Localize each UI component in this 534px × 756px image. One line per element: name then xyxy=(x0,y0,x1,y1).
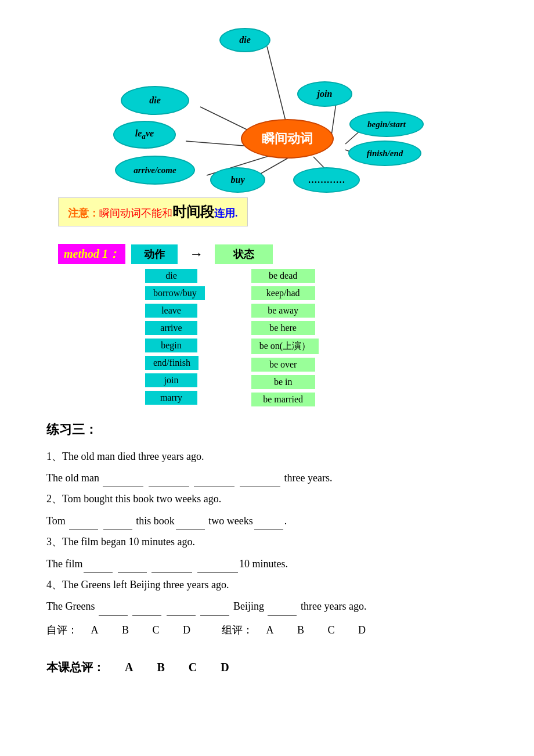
group-eval-c: C xyxy=(328,621,335,639)
sentence-1-original: 1、The old man died three years ago. xyxy=(46,447,488,466)
blank-1-4 xyxy=(240,468,280,487)
note-large: 时间段 xyxy=(172,204,214,219)
action-column: die borrow/buy leave arrive begin end/fi… xyxy=(145,269,205,406)
state-item-be-on: be on(上演） xyxy=(251,339,319,354)
mindmap-node-die: die xyxy=(219,28,270,52)
final-eval-c: C xyxy=(189,657,197,678)
mindmap-node-borrow: die xyxy=(121,86,189,115)
blank-3-4 xyxy=(197,554,238,573)
state-column: be dead keep/had be away be here be on(上… xyxy=(251,269,319,406)
self-eval-b: B xyxy=(122,621,129,639)
action-item-leave: leave xyxy=(145,304,197,318)
sentence-3-original: 3、The film began 10 minutes ago. xyxy=(46,532,488,551)
self-eval-a: A xyxy=(91,621,99,639)
sentence-2-original: 2、Tom bought this book two weeks ago. xyxy=(46,489,488,508)
sentence-2-transform: Tom this book two weeks . xyxy=(46,511,488,530)
mindmap-node-leave: leave xyxy=(113,121,176,149)
sentence-4-transform: The Greens Beijing three years ago. xyxy=(46,596,488,615)
sentence-1-transform: The old man three years. xyxy=(46,468,488,487)
state-item-be-here: be here xyxy=(251,321,315,335)
blank-2-4 xyxy=(254,511,283,530)
method-label: method 1： xyxy=(58,244,125,264)
mindmap-node-join: join xyxy=(297,81,352,107)
blank-4-2 xyxy=(132,596,161,615)
group-eval-b: B xyxy=(297,621,304,639)
final-eval-row: 本课总评： A B C D xyxy=(46,657,488,678)
blank-1-3 xyxy=(194,468,234,487)
blank-2-3 xyxy=(176,511,205,530)
state-item-be-dead: be dead xyxy=(251,269,315,283)
sentence-3-transform: The film 10 minutes. xyxy=(46,554,488,573)
blank-2-1 xyxy=(69,511,98,530)
blank-3-2 xyxy=(118,554,147,573)
action-item-arrive: arrive xyxy=(145,321,197,335)
note-suffix: 连用. xyxy=(214,207,238,219)
blank-3-1 xyxy=(84,554,113,573)
action-item-join: join xyxy=(145,373,197,387)
mindmap-center: 瞬间动词 xyxy=(241,119,334,159)
mindmap-node-dots: ………… xyxy=(293,167,360,193)
group-eval-d: D xyxy=(358,621,366,639)
blank-1-1 xyxy=(103,468,143,487)
practice-title: 练习三： xyxy=(46,418,488,441)
practice-section: 练习三： 1、The old man died three years ago.… xyxy=(46,418,488,678)
state-item-keep-had: keep/had xyxy=(251,286,315,300)
state-item-be-over: be over xyxy=(251,358,315,372)
action-item-borrow-buy: borrow/buy xyxy=(145,286,205,300)
eval-row: 自评： A B C D 组评： A B C D xyxy=(46,621,488,639)
blank-4-3 xyxy=(167,596,196,615)
mindmap-section: 瞬间动词 die die join leave begin/start arri… xyxy=(35,17,499,180)
note-section: 注意：瞬间动词不能和时间段连用. xyxy=(58,197,248,226)
action-item-begin: begin xyxy=(145,339,197,352)
arrow-icon: → xyxy=(189,246,203,262)
mindmap-node-buy: buy xyxy=(210,167,265,193)
state-item-be-married: be married xyxy=(251,393,315,406)
group-eval-label: 组评： xyxy=(222,624,253,636)
self-eval-d: D xyxy=(183,621,190,639)
header-state: 状态 xyxy=(215,244,273,264)
action-item-end-finish: end/finish xyxy=(145,356,199,370)
final-eval-b: B xyxy=(157,657,164,678)
blank-4-1 xyxy=(99,596,128,615)
final-eval-a: A xyxy=(125,657,133,678)
final-eval-d: D xyxy=(221,657,229,678)
blank-3-3 xyxy=(151,554,192,573)
mindmap-node-arrive-come: arrive/come xyxy=(115,156,195,185)
action-item-marry: marry xyxy=(145,391,197,405)
mindmap-node-begin-start: begin/start xyxy=(349,111,424,137)
state-item-be-away: be away xyxy=(251,304,315,318)
blank-4-4 xyxy=(200,596,229,615)
self-eval-label: 自评： xyxy=(46,624,78,636)
note-prefix: 注意： xyxy=(68,207,99,219)
group-eval-a: A xyxy=(266,621,274,639)
self-eval-c: C xyxy=(153,621,160,639)
mindmap-node-finish-end: finish/end xyxy=(348,141,421,166)
method-section: method 1： 动作 → 状态 die borrow/buy leave a… xyxy=(58,244,499,406)
note-red: 瞬间动词不能和 xyxy=(99,207,172,219)
final-eval-label: 本课总评： xyxy=(46,661,104,674)
header-action: 动作 xyxy=(131,244,178,264)
blank-2-2 xyxy=(103,511,132,530)
state-item-be-in: be in xyxy=(251,375,315,389)
blank-4-5 xyxy=(268,596,297,615)
sentence-4-original: 4、The Greens left Beijing three years ag… xyxy=(46,575,488,594)
blank-1-2 xyxy=(149,468,189,487)
action-item-die: die xyxy=(145,269,197,283)
